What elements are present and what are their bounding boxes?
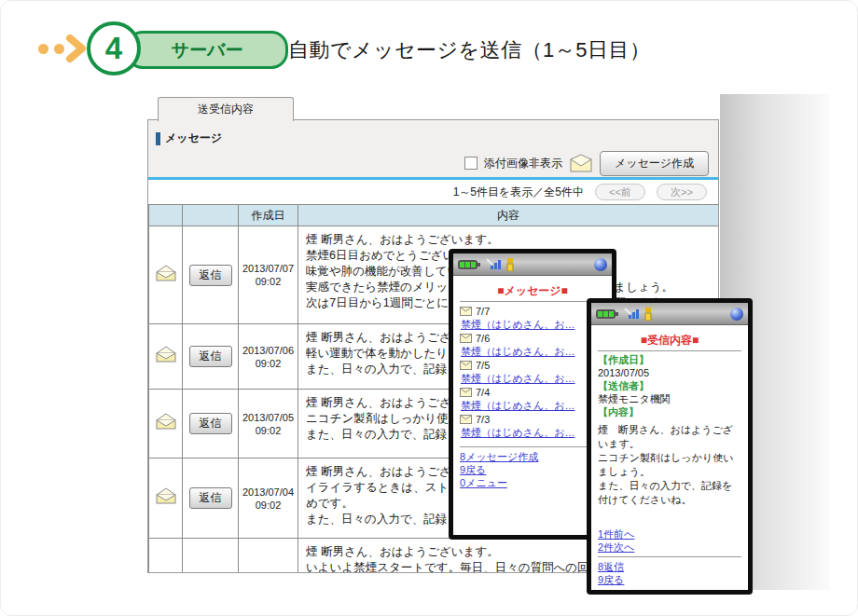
message-link[interactable]: 禁煙（はじめさん、お…	[461, 345, 605, 358]
tab-send-receive[interactable]: 送受信内容	[158, 97, 294, 121]
date-cell: 2013/07/0609:02	[239, 324, 298, 390]
envelope-icon	[460, 361, 472, 370]
date-cell: 2013/07/0509:02	[239, 390, 298, 459]
antenna-battery-icon	[644, 308, 652, 321]
mail-cell	[149, 226, 183, 324]
phone-body: ■受信内容■ 【作成日】 2013/07/05 【送信者】 禁煙モニタ機関 【内…	[591, 325, 748, 590]
section-header: メッセージ	[156, 130, 222, 146]
phone-statusbar	[591, 303, 748, 325]
section-marker	[156, 132, 160, 145]
sender-value: 禁煙モニタ機関	[598, 393, 741, 405]
nav-prev-link[interactable]: 1件前へ	[598, 527, 741, 541]
screenshot-canvas: サーバー 4 自動でメッセージを送信（1～5日目） 送受信内容 メッセージ 添付…	[0, 0, 858, 616]
list-item: 7/3 禁煙（はじめさん、お…	[460, 413, 605, 439]
prev-page-button[interactable]: <<前	[595, 184, 645, 200]
tab-label: 送受信内容	[198, 102, 254, 117]
open-envelope-icon	[155, 346, 177, 363]
phone-menu: 8返信 9戻る	[598, 560, 741, 586]
created-value: 2013/07/05	[598, 367, 741, 379]
menu-reply-link[interactable]: 8返信	[598, 560, 741, 573]
orb-icon	[730, 308, 743, 321]
reply-button[interactable]: 返信	[189, 413, 232, 434]
list-item: 7/5 禁煙（はじめさん、お…	[460, 359, 605, 385]
envelope-icon	[460, 334, 472, 343]
mail-cell	[149, 459, 183, 539]
reply-cell	[183, 539, 239, 573]
menu-back-link[interactable]: 9戻る	[598, 573, 741, 586]
page-title: 自動でメッセージを送信（1～5日目）	[288, 36, 651, 64]
col-icon	[149, 205, 183, 226]
list-item: 7/6 禁煙（はじめさん、お…	[460, 332, 605, 358]
message-link[interactable]: 禁煙（はじめさん、お…	[461, 399, 605, 412]
bullet-dot-icon	[54, 44, 64, 54]
mail-cell	[149, 539, 183, 573]
phone-message-detail: ■受信内容■ 【作成日】 2013/07/05 【送信者】 禁煙モニタ機関 【内…	[587, 298, 753, 595]
menu-back-link[interactable]: 9戻る	[460, 463, 605, 476]
open-envelope-icon	[155, 265, 177, 282]
battery-icon	[596, 308, 618, 320]
antenna-battery-icon	[506, 258, 514, 271]
date-cell	[239, 539, 298, 573]
divider	[460, 301, 605, 302]
section-title: メッセージ	[165, 130, 222, 146]
phone-page-title: ■メッセージ■	[460, 284, 605, 297]
nav-next-link[interactable]: 2件次へ	[598, 541, 741, 554]
message-link[interactable]: 禁煙（はじめさん、お…	[461, 426, 605, 439]
list-item: 7/4 禁煙（はじめさん、お…	[460, 386, 605, 412]
phone-screen: ■受信内容■ 【作成日】 2013/07/05 【送信者】 禁煙モニタ機関 【内…	[591, 303, 748, 590]
bullet-dot-icon	[38, 44, 48, 54]
phone-page-title: ■受信内容■	[598, 334, 741, 347]
divider	[598, 350, 741, 351]
open-envelope-icon	[155, 413, 177, 431]
envelope-icon	[569, 154, 593, 172]
message-body: 煙 断男さん、おはようございます。 ニコチン製剤はしっかり使いましょう。 また、…	[598, 423, 741, 507]
created-label: 【作成日】	[598, 354, 741, 366]
envelope-icon	[460, 388, 472, 397]
sender-label: 【送信者】	[598, 380, 741, 392]
col-reply	[183, 205, 239, 226]
list-item: 7/7 禁煙（はじめさん、お…	[460, 305, 605, 331]
pagination-bar: 1～5件目を表示／全5件中 <<前 次>>	[148, 180, 718, 204]
phone-nav: 1件前へ 2件次へ	[598, 527, 741, 554]
menu-main-link[interactable]: 0メニュー	[460, 476, 605, 489]
open-envelope-icon	[155, 487, 177, 505]
reply-button[interactable]: 返信	[189, 346, 232, 367]
divider	[460, 446, 605, 447]
hide-attachments-label: 添付画像非表示	[484, 156, 562, 171]
toolbar: 添付画像非表示 メッセージ作成	[464, 151, 709, 175]
step-label-pill: サーバー	[126, 31, 288, 69]
envelope-icon	[460, 307, 472, 316]
battery-icon	[458, 259, 480, 270]
envelope-icon	[460, 415, 472, 424]
mail-cell	[149, 324, 183, 390]
table-header-row: 作成日 内容	[149, 205, 719, 226]
step-number: 4	[105, 31, 122, 66]
phone-statusbar	[453, 253, 612, 276]
signal-icon	[485, 258, 502, 270]
compose-message-button[interactable]: メッセージ作成	[600, 151, 709, 176]
reply-button[interactable]: 返信	[189, 487, 232, 509]
message-link[interactable]: 禁煙（はじめさん、お…	[461, 318, 605, 331]
next-page-button[interactable]: 次>>	[657, 184, 707, 200]
col-content-header: 内容	[298, 205, 719, 226]
divider	[598, 556, 741, 557]
date-cell: 2013/07/0409:02	[239, 459, 298, 539]
phone-menu: 8メッセージ作成 9戻る 0メニュー	[460, 450, 605, 489]
step-number-badge: 4	[87, 21, 141, 75]
date-cell: 2013/07/0709:02	[239, 226, 298, 324]
col-date-header: 作成日	[239, 205, 298, 226]
step-label: サーバー	[172, 38, 243, 62]
message-link[interactable]: 禁煙（はじめさん、お…	[461, 372, 605, 385]
chevron-right-icon	[64, 34, 89, 62]
orb-icon	[594, 258, 607, 271]
pagination-status: 1～5件目を表示／全5件中	[453, 185, 584, 200]
content-label: 【内容】	[598, 406, 741, 418]
menu-compose-link[interactable]: 8メッセージ作成	[460, 450, 605, 463]
hide-attachments-checkbox[interactable]	[464, 157, 477, 170]
reply-button[interactable]: 返信	[189, 265, 232, 286]
signal-icon	[623, 308, 640, 320]
mail-cell	[149, 390, 183, 459]
